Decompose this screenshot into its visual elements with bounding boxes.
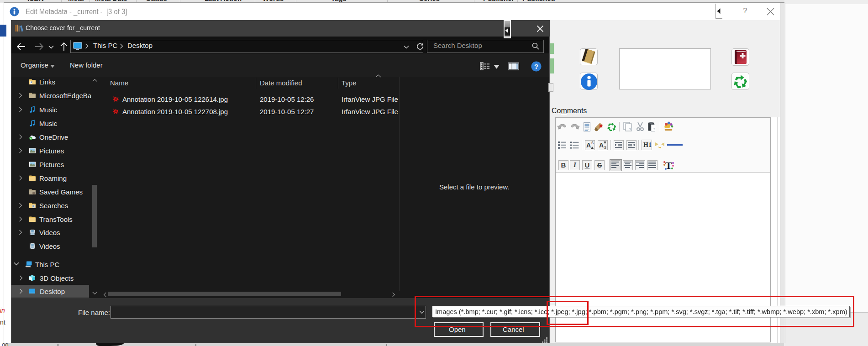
svg-text:?: ? [534, 63, 538, 70]
